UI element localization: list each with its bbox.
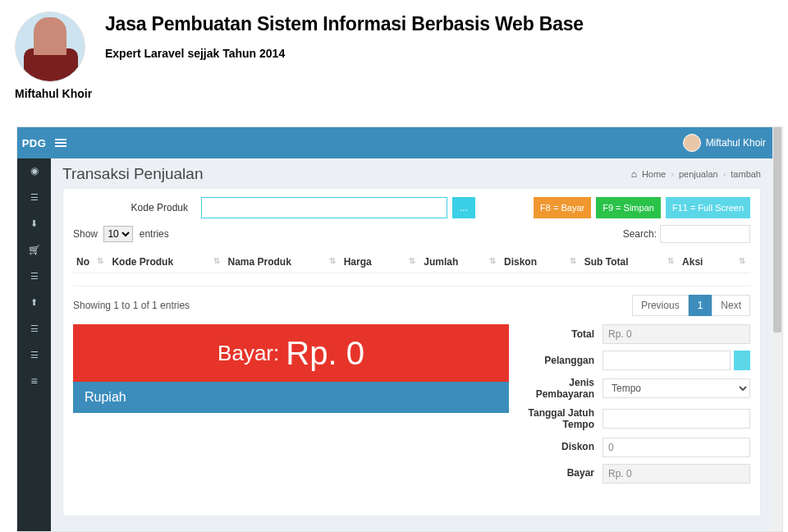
pager: Previous 1 Next <box>632 295 750 316</box>
app-frame: PDG Miftahul Khoir Transaksi Penjualan H… <box>16 126 783 532</box>
user-avatar-icon <box>683 134 701 152</box>
page-subheading: Expert Laravel sejjak Tahun 2014 <box>105 47 584 60</box>
jenis-label: Jenis Pembayaran <box>520 377 602 401</box>
sidebar <box>17 158 51 531</box>
pelanggan-label: Pelanggan <box>520 355 602 366</box>
page-title: Transaksi Penjualan <box>62 165 203 183</box>
bayar-display: Bayar: Rp. 0 <box>73 324 509 382</box>
col-jumlah[interactable]: Jumlah <box>420 251 501 273</box>
menu-toggle-icon[interactable] <box>51 127 71 158</box>
jatuh-field[interactable] <box>602 409 750 429</box>
col-no[interactable]: No <box>73 251 108 273</box>
search-label: Search: <box>623 228 657 240</box>
entries-selector: Show 10 entries <box>73 226 169 242</box>
lookup-product-button[interactable]: ... <box>452 197 475 218</box>
download-icon[interactable] <box>26 216 43 231</box>
user-menu[interactable]: Miftahul Khoir <box>683 134 782 152</box>
list4-icon[interactable] <box>26 347 43 362</box>
bayar-amount: Rp. 0 <box>286 335 364 372</box>
kode-produk-input[interactable] <box>201 197 447 218</box>
pager-prev[interactable]: Previous <box>632 295 689 316</box>
col-aksi[interactable]: Aksi <box>679 251 750 273</box>
scrollbar[interactable] <box>772 127 782 531</box>
kode-produk-label: Kode Produk <box>73 202 196 213</box>
currency-word: Rupiah <box>73 382 509 413</box>
breadcrumb-home[interactable]: Home <box>642 169 666 179</box>
dashboard-icon[interactable] <box>26 163 43 178</box>
entries-select[interactable]: 10 <box>103 226 133 242</box>
show-label-post: entries <box>140 228 169 240</box>
simpan-button[interactable]: F9 = Simpan <box>596 197 661 218</box>
lookup-pelanggan-button[interactable] <box>734 351 750 370</box>
jenis-select[interactable]: Tempo <box>602 378 750 398</box>
brand-logo[interactable]: PDG <box>17 137 51 149</box>
profile-avatar <box>15 11 85 82</box>
topbar: PDG Miftahul Khoir <box>17 127 782 158</box>
total-label: Total <box>520 328 602 340</box>
total-field <box>602 324 750 344</box>
breadcrumb-mid[interactable]: penjualan <box>679 169 718 179</box>
cart-icon[interactable] <box>26 242 43 257</box>
jatuh-label: Tanggal Jatuh Tempo <box>520 407 602 431</box>
list3-icon[interactable] <box>26 321 43 336</box>
table-row <box>73 273 750 287</box>
list2-icon[interactable] <box>26 268 43 283</box>
breadcrumb: Home › penjualan › tambah <box>631 168 761 180</box>
database-icon[interactable] <box>26 374 43 388</box>
pager-next[interactable]: Next <box>712 295 750 316</box>
show-label-pre: Show <box>73 228 98 240</box>
page-heading: Jasa Pembuatan Sistem Informasi Berbasis… <box>105 13 584 35</box>
col-subtotal[interactable]: Sub Total <box>581 251 679 273</box>
breadcrumb-leaf: tambah <box>731 169 761 179</box>
author-name: Miftahul Khoir <box>15 87 773 100</box>
pelanggan-field[interactable] <box>602 351 731 370</box>
home-icon[interactable] <box>631 168 637 180</box>
col-kode[interactable]: Kode Produk <box>108 251 224 273</box>
col-diskon[interactable]: Diskon <box>501 251 581 273</box>
bayar-label: Bayar <box>520 467 602 479</box>
summary-form: Total Pelanggan Jenis Pembayaran Tempo <box>520 324 750 490</box>
diskon-label: Diskon <box>520 441 602 452</box>
col-harga[interactable]: Harga <box>341 251 421 273</box>
items-table: No Kode Produk Nama Produk Harga Jumlah … <box>73 251 750 287</box>
bayar-button[interactable]: F8 = Bayar <box>534 197 591 218</box>
search-input[interactable] <box>660 225 750 243</box>
list-icon[interactable] <box>26 190 43 204</box>
main-panel: Kode Produk ... F8 = Bayar F9 = Simpan F… <box>62 188 761 516</box>
fullscreen-button[interactable]: F11 = Full Screen <box>666 197 750 218</box>
bayar-prefix: Bayar: <box>218 341 279 366</box>
user-name: Miftahul Khoir <box>706 137 766 149</box>
table-info: Showing 1 to 1 of 1 entries <box>73 300 190 311</box>
pager-page-1[interactable]: 1 <box>689 295 712 316</box>
diskon-field[interactable] <box>602 438 750 457</box>
upload-icon[interactable] <box>26 295 43 310</box>
col-nama[interactable]: Nama Produk <box>225 251 341 273</box>
bayar-field <box>602 464 750 484</box>
